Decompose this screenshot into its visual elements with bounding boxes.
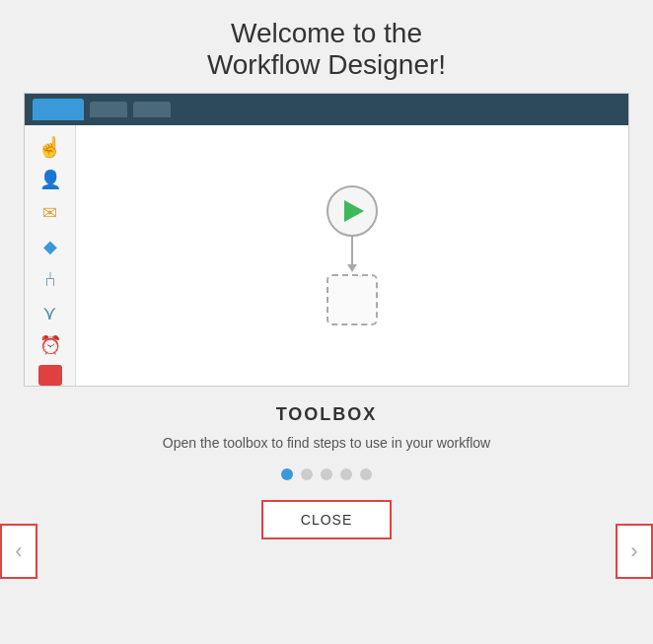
dot-3	[321, 468, 332, 480]
screenshot-sidebar: ☝ 👤 ✉ ◆ ⑃ ⋎ ⏰	[25, 125, 76, 386]
prev-button[interactable]: ‹	[0, 524, 37, 579]
page-wrapper: Welcome to the Workflow Designer! ☝ 👤 ✉ …	[0, 0, 653, 644]
screenshot-tab-inactive-2	[133, 102, 171, 117]
close-button[interactable]: CLOSE	[261, 500, 392, 539]
screenshot-body: ☝ 👤 ✉ ◆ ⑃ ⋎ ⏰	[25, 125, 628, 386]
title-line1: Welcome to the	[207, 18, 446, 49]
dot-5	[360, 468, 372, 480]
empty-step-node	[326, 274, 378, 325]
dot-4	[340, 468, 352, 480]
connector-line	[351, 237, 353, 266]
sidebar-stop-icon	[38, 365, 62, 386]
sidebar-fork-icon: ⑃	[35, 265, 66, 293]
pagination-dots	[281, 468, 372, 480]
next-button[interactable]: ›	[616, 524, 653, 579]
toolbox-description: Open the toolbox to find steps to use in…	[163, 435, 490, 451]
toolbox-title: TOOLBOX	[276, 404, 378, 425]
title-area: Welcome to the Workflow Designer!	[207, 18, 446, 81]
dot-2	[301, 468, 313, 480]
carousel-wrapper: ‹ › CLOSE	[0, 468, 653, 539]
screenshot-canvas	[76, 125, 628, 386]
sidebar-mail-icon: ✉	[35, 199, 66, 227]
screenshot-topbar	[25, 94, 628, 125]
sidebar-diamond-icon: ◆	[35, 233, 66, 260]
sidebar-cursor-icon: ☝	[35, 133, 66, 161]
screenshot-tab-active	[33, 99, 84, 120]
start-node	[326, 185, 378, 237]
sidebar-split-icon: ⋎	[35, 299, 66, 326]
title-line2: Workflow Designer!	[207, 49, 446, 81]
play-icon	[344, 200, 364, 222]
screenshot-tab-inactive-1	[90, 102, 127, 117]
screenshot-preview: ☝ 👤 ✉ ◆ ⑃ ⋎ ⏰	[24, 93, 629, 387]
sidebar-user-icon: 👤	[35, 167, 66, 194]
dot-1	[281, 468, 293, 480]
bottom-section: TOOLBOX Open the toolbox to find steps t…	[0, 404, 653, 539]
sidebar-timer-icon: ⏰	[35, 332, 66, 360]
